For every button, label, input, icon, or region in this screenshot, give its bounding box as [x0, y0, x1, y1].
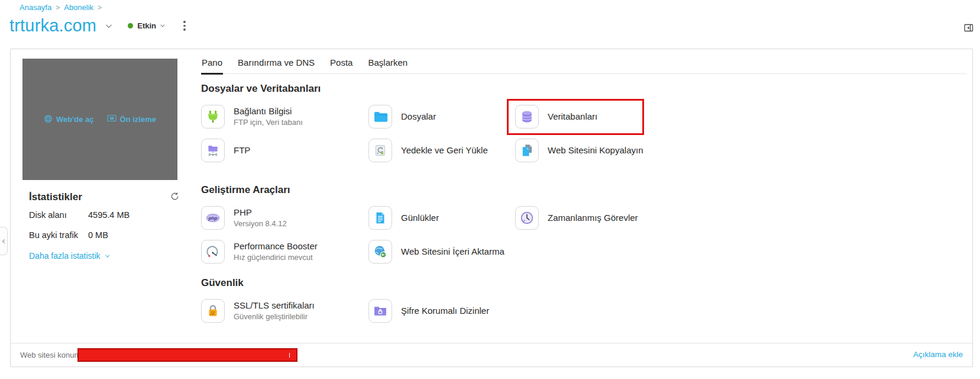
panel-item-sifre-korumali[interactable]: Şifre Korumalı Dizinler	[368, 299, 515, 323]
stat-value: 4595.4 MB	[88, 210, 130, 220]
item-text: Veritabanları	[548, 111, 597, 122]
page-title: trturka.com	[9, 16, 96, 36]
item-sublabel: Versiyon 8.4.12	[234, 220, 287, 228]
panel-item-ssl-tls[interactable]: SSL/TLS sertifikaları Güvenlik geliştiri…	[201, 299, 368, 323]
logs-icon[interactable]	[368, 206, 392, 230]
stats-header: İstatistikler	[29, 191, 179, 203]
gauge-icon[interactable]	[201, 240, 225, 264]
item-text: Zamanlanmış Görevler	[548, 213, 638, 223]
page: Anasayfa > Abonelik > trturka.com Etkin	[0, 0, 980, 379]
item-label: Zamanlanmış Görevler	[548, 213, 638, 223]
panel-item-yedekle[interactable]: Yedekle ve Geri Yükle	[368, 139, 515, 162]
item-sublabel: FTP için, Veri tabanı	[234, 118, 303, 127]
chevron-left-icon	[2, 239, 6, 243]
title-bar: trturka.com Etkin	[9, 16, 188, 36]
section-grid: Bağlantı Bilgisi FTP için, Veri tabanı D…	[201, 105, 643, 162]
stat-value: 0 MB	[88, 230, 108, 240]
item-text: SSL/TLS sertifikaları Güvenlik geliştiri…	[234, 300, 315, 321]
title-chevron-down-icon[interactable]	[106, 22, 112, 28]
preview-label: Ön izleme	[120, 115, 156, 124]
section-dev-tools: Geliştirme Araçları php PHP Versiyon 8.4…	[201, 184, 638, 264]
ftp-network-icon[interactable]	[201, 139, 225, 162]
panel-item-kopyalayin[interactable]: Web Sitesini Kopyalayın	[515, 139, 643, 162]
item-text: Dosyalar	[401, 111, 436, 122]
breadcrumb-link-abonelik[interactable]: Abonelik	[64, 3, 93, 12]
website-location-label: Web sitesi konumu	[20, 351, 85, 359]
item-label: PHP	[234, 207, 287, 218]
panel-item-php[interactable]: php PHP Versiyon 8.4.12	[201, 206, 368, 230]
breadcrumb-separator: >	[98, 4, 102, 12]
clock-icon[interactable]	[515, 206, 539, 230]
section-files-databases: Dosyalar ve Veritabanları Bağlantı Bi	[201, 83, 643, 162]
refresh-icon[interactable]	[170, 192, 179, 203]
svg-text:php: php	[208, 216, 218, 221]
item-text: Web Sitesini İçeri Aktarma	[401, 246, 504, 257]
section-title: Geliştirme Araçları	[201, 184, 638, 196]
chevron-down-icon	[105, 253, 109, 257]
panel-item-dosyalar[interactable]: Dosyalar	[368, 105, 515, 129]
item-label: Veritabanları	[548, 111, 597, 122]
panel-item-performance-booster[interactable]: Performance Booster Hız güçlendirici mev…	[201, 240, 368, 264]
more-stats-link[interactable]: Daha fazla istatistik	[29, 251, 108, 261]
item-text: PHP Versiyon 8.4.12	[234, 207, 287, 228]
panel-item-veritabanlari[interactable]: Veritabanları	[515, 105, 643, 129]
php-icon[interactable]: php	[201, 206, 225, 230]
item-label: Şifre Korumalı Dizinler	[401, 306, 489, 316]
sidebar-collapse-handle[interactable]	[0, 227, 8, 255]
tab-pano[interactable]: Pano	[201, 57, 223, 75]
panel-item-gunlukler[interactable]: Günlükler	[368, 206, 515, 230]
item-sublabel: Hız güçlendirici mevcut	[234, 253, 318, 262]
more-stats-label: Daha fazla istatistik	[29, 251, 101, 261]
panel-item-iceri-aktarma[interactable]: Web Sitesini İçeri Aktarma	[368, 240, 515, 264]
section-grid: SSL/TLS sertifikaları Güvenlik geliştiri…	[201, 299, 515, 323]
item-label: Yedekle ve Geri Yükle	[401, 145, 488, 156]
status-dot-icon	[128, 23, 133, 28]
tab-barindirma-ve-dns[interactable]: Barındırma ve DNS	[237, 57, 315, 75]
database-icon[interactable]	[515, 105, 539, 129]
backup-icon[interactable]	[368, 139, 392, 162]
item-label: Performance Booster	[234, 241, 318, 252]
stat-row-disk: Disk alanı 4595.4 MB	[29, 210, 130, 220]
preview-eye-icon	[107, 114, 117, 124]
status-badge[interactable]: Etkin	[128, 21, 163, 30]
copy-pages-icon[interactable]	[515, 139, 539, 162]
plug-icon[interactable]	[201, 105, 225, 129]
stat-row-traffic: Bu ayki trafik 0 MB	[29, 230, 108, 240]
item-label: Günlükler	[401, 213, 439, 223]
status-label: Etkin	[137, 21, 156, 30]
breadcrumb-link-anasayfa[interactable]: Anasayfa	[20, 3, 51, 12]
item-text: Performance Booster Hız güçlendirici mev…	[234, 241, 318, 262]
ssl-lock-icon[interactable]	[201, 299, 225, 323]
panel-item-baglanti-bilgisi[interactable]: Bağlantı Bilgisi FTP için, Veri tabanı	[201, 105, 368, 129]
open-site-label: Web'de aç	[56, 115, 94, 124]
item-text: Bağlantı Bilgisi FTP için, Veri tabanı	[234, 106, 303, 127]
stats-title: İstatistikler	[29, 191, 82, 203]
preview-link[interactable]: Ön izleme	[107, 114, 156, 124]
domain-card: Web'de aç Ön izleme İstatistikler	[10, 49, 973, 367]
folder-icon[interactable]	[368, 105, 392, 129]
globe-import-icon[interactable]	[368, 240, 392, 264]
collapse-panel-icon[interactable]	[964, 24, 973, 34]
breadcrumb-separator: >	[56, 4, 60, 12]
item-label: SSL/TLS sertifikaları	[234, 300, 315, 311]
redaction-tick	[289, 353, 290, 358]
section-title: Dosyalar ve Veritabanları	[201, 83, 643, 95]
kebab-menu-icon[interactable]	[181, 18, 188, 33]
section-title: Güvenlik	[201, 277, 515, 289]
add-description-link[interactable]: Açıklama ekle	[913, 350, 963, 359]
tab-bar: Pano Barındırma ve DNS Posta Başlarken	[201, 57, 966, 74]
tab-posta[interactable]: Posta	[329, 57, 353, 75]
panel-item-zamanlanmis[interactable]: Zamanlanmış Görevler	[515, 206, 638, 230]
panel-item-ftp[interactable]: FTP	[201, 139, 368, 162]
item-text: Yedekle ve Geri Yükle	[401, 145, 488, 156]
item-label: Web Sitesini İçeri Aktarma	[401, 246, 504, 257]
item-sublabel: Güvenlik geliştirilebilir	[234, 313, 315, 321]
open-site-link[interactable]: Web'de aç	[44, 114, 94, 125]
tab-baslarken[interactable]: Başlarken	[367, 57, 408, 75]
status-chevron-down-icon	[160, 23, 164, 27]
item-text: Web Sitesini Kopyalayın	[548, 145, 643, 156]
breadcrumb: Anasayfa > Abonelik >	[20, 3, 102, 12]
folder-lock-icon[interactable]	[368, 299, 392, 323]
item-text: FTP	[234, 145, 250, 156]
item-label: Dosyalar	[401, 111, 436, 122]
